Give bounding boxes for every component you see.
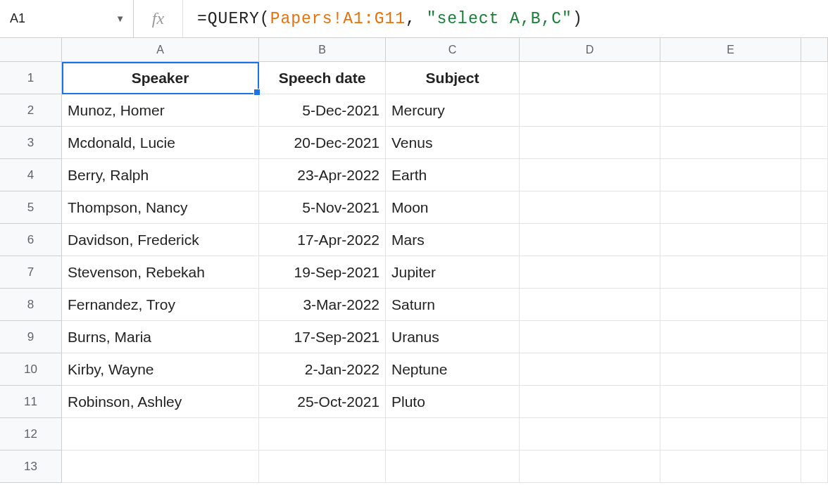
row-header-8[interactable]: 8	[0, 289, 62, 321]
cell-C11[interactable]: Pluto	[386, 386, 520, 418]
row-header-9[interactable]: 9	[0, 321, 62, 353]
cell-B12[interactable]	[259, 418, 386, 451]
cell-A12[interactable]	[62, 418, 259, 451]
cell-A5[interactable]: Thompson, Nancy	[62, 191, 259, 224]
cell-E6[interactable]	[660, 224, 801, 256]
row-header-4[interactable]: 4	[0, 159, 62, 191]
column-header-E[interactable]: E	[660, 38, 801, 61]
cell-A9[interactable]: Burns, Maria	[62, 321, 259, 353]
cell-A3[interactable]: Mcdonald, Lucie	[62, 127, 259, 159]
row-header-7[interactable]: 7	[0, 256, 62, 289]
cell-C2[interactable]: Mercury	[386, 94, 520, 127]
cell-extra-3[interactable]	[801, 127, 828, 159]
cell-C6[interactable]: Mars	[386, 224, 520, 256]
cell-D2[interactable]	[520, 94, 660, 127]
row-header-2[interactable]: 2	[0, 94, 62, 127]
cell-E11[interactable]	[660, 386, 801, 418]
cell-E3[interactable]	[660, 127, 801, 159]
row-header-3[interactable]: 3	[0, 127, 62, 159]
cell-D12[interactable]	[520, 418, 660, 451]
cell-D3[interactable]	[520, 127, 660, 159]
cell-A1[interactable]: Speaker	[62, 62, 259, 94]
cell-D4[interactable]	[520, 159, 660, 191]
select-all-corner[interactable]	[0, 38, 62, 61]
cell-extra-10[interactable]	[801, 353, 828, 386]
cell-A2[interactable]: Munoz, Homer	[62, 94, 259, 127]
cell-D1[interactable]	[520, 62, 660, 94]
cell-extra-11[interactable]	[801, 386, 828, 418]
cell-extra-13[interactable]	[801, 451, 828, 483]
cell-D8[interactable]	[520, 289, 660, 321]
cell-B3[interactable]: 20-Dec-2021	[259, 127, 386, 159]
column-header-extra[interactable]	[801, 38, 828, 61]
cell-A6[interactable]: Davidson, Frederick	[62, 224, 259, 256]
fx-icon[interactable]: fx	[134, 0, 183, 37]
row-header-6[interactable]: 6	[0, 224, 62, 256]
row-header-1[interactable]: 1	[0, 62, 62, 94]
cell-E4[interactable]	[660, 159, 801, 191]
cell-E5[interactable]	[660, 191, 801, 224]
cell-D6[interactable]	[520, 224, 660, 256]
cell-extra-12[interactable]	[801, 418, 828, 451]
cell-B4[interactable]: 23-Apr-2022	[259, 159, 386, 191]
cell-A11[interactable]: Robinson, Ashley	[62, 386, 259, 418]
cell-C10[interactable]: Neptune	[386, 353, 520, 386]
cell-E1[interactable]	[660, 62, 801, 94]
cell-B10[interactable]: 2-Jan-2022	[259, 353, 386, 386]
cell-extra-2[interactable]	[801, 94, 828, 127]
cell-B9[interactable]: 17-Sep-2021	[259, 321, 386, 353]
cell-B11[interactable]: 25-Oct-2021	[259, 386, 386, 418]
cell-C7[interactable]: Jupiter	[386, 256, 520, 289]
cell-D10[interactable]	[520, 353, 660, 386]
cell-D7[interactable]	[520, 256, 660, 289]
cell-C5[interactable]: Moon	[386, 191, 520, 224]
cell-B8[interactable]: 3-Mar-2022	[259, 289, 386, 321]
column-header-B[interactable]: B	[259, 38, 386, 61]
column-header-C[interactable]: C	[386, 38, 520, 61]
row-header-13[interactable]: 13	[0, 451, 62, 483]
cell-B13[interactable]	[259, 451, 386, 483]
cell-B5[interactable]: 5-Nov-2021	[259, 191, 386, 224]
name-box-dropdown-icon[interactable]: ▼	[114, 13, 126, 24]
cell-E9[interactable]	[660, 321, 801, 353]
cell-A4[interactable]: Berry, Ralph	[62, 159, 259, 191]
cell-B7[interactable]: 19-Sep-2021	[259, 256, 386, 289]
row-header-5[interactable]: 5	[0, 191, 62, 224]
cell-D13[interactable]	[520, 451, 660, 483]
cell-extra-7[interactable]	[801, 256, 828, 289]
name-box[interactable]: A1 ▼	[0, 0, 134, 37]
cell-extra-5[interactable]	[801, 191, 828, 224]
cell-A8[interactable]: Fernandez, Troy	[62, 289, 259, 321]
cell-D5[interactable]	[520, 191, 660, 224]
cell-B6[interactable]: 17-Apr-2022	[259, 224, 386, 256]
cell-D11[interactable]	[520, 386, 660, 418]
cell-extra-9[interactable]	[801, 321, 828, 353]
row-header-11[interactable]: 11	[0, 386, 62, 418]
cell-E10[interactable]	[660, 353, 801, 386]
cell-E13[interactable]	[660, 451, 801, 483]
cell-C1[interactable]: Subject	[386, 62, 520, 94]
cell-E7[interactable]	[660, 256, 801, 289]
cell-extra-1[interactable]	[801, 62, 828, 94]
cell-E12[interactable]	[660, 418, 801, 451]
cell-C9[interactable]: Uranus	[386, 321, 520, 353]
column-header-D[interactable]: D	[520, 38, 660, 61]
cell-extra-6[interactable]	[801, 224, 828, 256]
cell-B1[interactable]: Speech date	[259, 62, 386, 94]
cell-B2[interactable]: 5-Dec-2021	[259, 94, 386, 127]
cell-A13[interactable]	[62, 451, 259, 483]
cell-C13[interactable]	[386, 451, 520, 483]
formula-input[interactable]: =QUERY(Papers!A1:G11, "select A,B,C")	[183, 0, 828, 37]
column-header-A[interactable]: A	[62, 38, 259, 61]
row-header-10[interactable]: 10	[0, 353, 62, 386]
cell-D9[interactable]	[520, 321, 660, 353]
cell-C3[interactable]: Venus	[386, 127, 520, 159]
row-header-12[interactable]: 12	[0, 418, 62, 451]
cell-C12[interactable]	[386, 418, 520, 451]
cell-A10[interactable]: Kirby, Wayne	[62, 353, 259, 386]
cell-extra-4[interactable]	[801, 159, 828, 191]
cell-extra-8[interactable]	[801, 289, 828, 321]
cell-C4[interactable]: Earth	[386, 159, 520, 191]
cell-C8[interactable]: Saturn	[386, 289, 520, 321]
cell-E8[interactable]	[660, 289, 801, 321]
